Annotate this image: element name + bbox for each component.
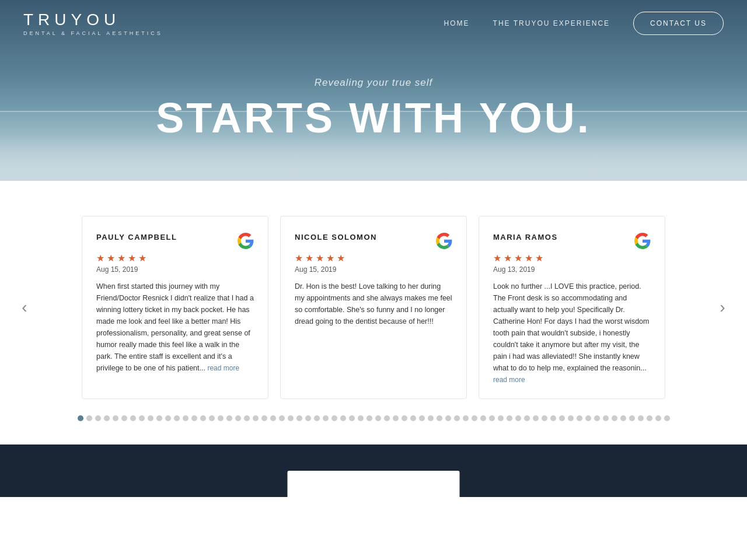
- carousel-dot[interactable]: [480, 415, 486, 421]
- carousel-dot[interactable]: [270, 415, 276, 421]
- review-header: NICOLE SOLOMON: [295, 233, 452, 249]
- carousel-dot[interactable]: [612, 415, 617, 421]
- carousel-dot[interactable]: [209, 415, 215, 421]
- reviews-section: ‹ PAULY CAMPBELL ★★★★★ Aug 15, 2019 When…: [0, 181, 747, 444]
- carousel-dot[interactable]: [603, 415, 609, 421]
- carousel-dot[interactable]: [515, 415, 521, 421]
- carousel-dot[interactable]: [165, 415, 171, 421]
- read-more-link[interactable]: read more: [493, 376, 525, 384]
- carousel-dot[interactable]: [445, 415, 451, 421]
- carousel-dot[interactable]: [156, 415, 162, 421]
- carousel-dot[interactable]: [174, 415, 180, 421]
- carousel-dot[interactable]: [375, 415, 381, 421]
- carousel-dot[interactable]: [655, 415, 661, 421]
- carousel-dot[interactable]: [410, 415, 416, 421]
- star-icon: ★: [326, 253, 336, 262]
- star-rating: ★★★★★: [295, 253, 452, 262]
- carousel-dot[interactable]: [314, 415, 320, 421]
- carousel-dot[interactable]: [305, 415, 311, 421]
- carousel-dot[interactable]: [191, 415, 197, 421]
- carousel-dot[interactable]: [148, 415, 153, 421]
- review-text: When first started this journey with my …: [96, 281, 254, 374]
- carousel-dot[interactable]: [419, 415, 425, 421]
- carousel-dot[interactable]: [218, 415, 224, 421]
- review-text: Look no further ...I LOVE this practice,…: [493, 281, 651, 386]
- carousel-next-button[interactable]: ›: [710, 295, 735, 320]
- carousel-dot[interactable]: [402, 415, 407, 421]
- carousel-dot[interactable]: [226, 415, 232, 421]
- carousel-dot[interactable]: [244, 415, 250, 421]
- carousel-dot[interactable]: [288, 415, 294, 421]
- review-date: Aug 15, 2019: [295, 265, 452, 274]
- carousel-dot[interactable]: [366, 415, 372, 421]
- carousel-dot[interactable]: [507, 415, 512, 421]
- star-icon: ★: [305, 253, 315, 262]
- review-card: NICOLE SOLOMON ★★★★★ Aug 15, 2019 Dr. Ho…: [280, 216, 467, 399]
- carousel-dot[interactable]: [577, 415, 582, 421]
- carousel-dot[interactable]: [349, 415, 355, 421]
- star-icon: ★: [117, 253, 127, 262]
- carousel-dot[interactable]: [428, 415, 434, 421]
- carousel-dot[interactable]: [393, 415, 399, 421]
- carousel-dot[interactable]: [340, 415, 346, 421]
- footer-form-preview: [288, 471, 460, 497]
- carousel-dot[interactable]: [183, 415, 189, 421]
- carousel-dot[interactable]: [296, 415, 302, 421]
- carousel-dot[interactable]: [594, 415, 600, 421]
- carousel-dot[interactable]: [542, 415, 547, 421]
- carousel-dot[interactable]: [384, 415, 390, 421]
- carousel-dot[interactable]: [130, 415, 136, 421]
- carousel-dot[interactable]: [550, 415, 556, 421]
- carousel-dot[interactable]: [358, 415, 364, 421]
- carousel-dot[interactable]: [585, 415, 591, 421]
- carousel-dot[interactable]: [568, 415, 574, 421]
- carousel-dot[interactable]: [86, 415, 92, 421]
- carousel-dot[interactable]: [533, 415, 539, 421]
- star-icon: ★: [493, 253, 502, 262]
- review-text: Dr. Hon is the best! Love talking to her…: [295, 281, 452, 327]
- carousel-dot[interactable]: [620, 415, 626, 421]
- carousel-dot[interactable]: [454, 415, 460, 421]
- carousel-dot[interactable]: [472, 415, 477, 421]
- carousel-dot[interactable]: [498, 415, 504, 421]
- carousel-dot[interactable]: [489, 415, 495, 421]
- carousel-dot[interactable]: [437, 415, 442, 421]
- read-more-link[interactable]: read more: [207, 364, 239, 372]
- carousel-dot[interactable]: [331, 415, 337, 421]
- nav-experience[interactable]: THE TRUYOU EXPERIENCE: [493, 19, 610, 27]
- carousel-dot[interactable]: [647, 415, 652, 421]
- carousel-dot[interactable]: [113, 415, 118, 421]
- reviewer-name: NICOLE SOLOMON: [295, 233, 377, 242]
- carousel-prev-button[interactable]: ‹: [12, 295, 37, 320]
- nav-home[interactable]: HOME: [444, 19, 470, 27]
- carousel-dot[interactable]: [664, 415, 670, 421]
- star-icon: ★: [107, 253, 116, 262]
- reviewer-name: MARIA RAMOS: [493, 233, 558, 242]
- carousel-dot[interactable]: [139, 415, 145, 421]
- carousel-dot[interactable]: [235, 415, 241, 421]
- carousel-dot[interactable]: [524, 415, 530, 421]
- carousel-dot[interactable]: [200, 415, 206, 421]
- carousel-dot[interactable]: [253, 415, 259, 421]
- carousel-dot[interactable]: [463, 415, 469, 421]
- carousel-dot[interactable]: [279, 415, 285, 421]
- carousel-dot[interactable]: [261, 415, 267, 421]
- navbar: TRUYOU DENTAL & FACIAL AESTHETICS HOME T…: [0, 0, 747, 47]
- star-icon: ★: [337, 253, 346, 262]
- star-icon: ★: [316, 253, 325, 262]
- carousel-dot[interactable]: [104, 415, 110, 421]
- google-icon: [238, 233, 254, 249]
- logo-name: TRUYOU: [23, 10, 163, 29]
- carousel-dot[interactable]: [638, 415, 644, 421]
- carousel-dot[interactable]: [323, 415, 329, 421]
- logo[interactable]: TRUYOU DENTAL & FACIAL AESTHETICS: [23, 10, 163, 36]
- reviewer-name: PAULY CAMPBELL: [96, 233, 177, 242]
- footer: [0, 444, 747, 497]
- carousel-dot[interactable]: [559, 415, 565, 421]
- carousel-dot[interactable]: [78, 415, 83, 421]
- carousel-dot[interactable]: [95, 415, 101, 421]
- review-date: Aug 13, 2019: [493, 265, 651, 274]
- carousel-dot[interactable]: [121, 415, 127, 421]
- carousel-dot[interactable]: [629, 415, 635, 421]
- nav-contact-button[interactable]: CONTACT US: [633, 12, 724, 35]
